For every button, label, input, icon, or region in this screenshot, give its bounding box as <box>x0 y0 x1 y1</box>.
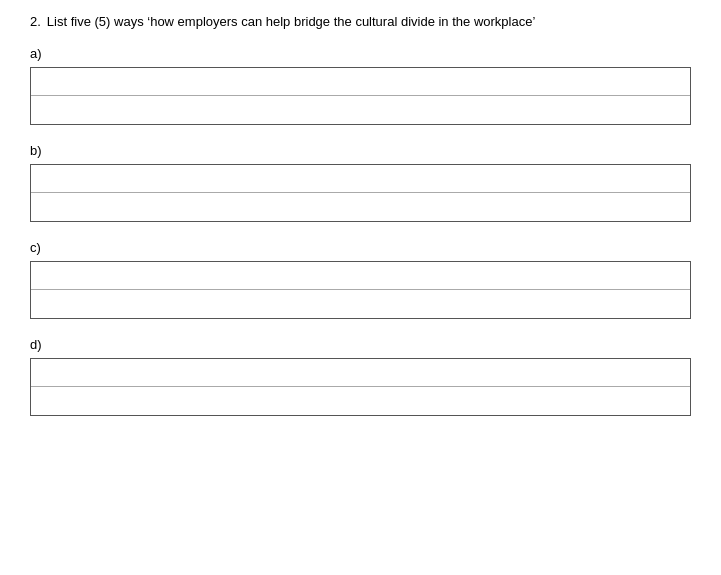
answer-box-c <box>30 261 691 319</box>
answer-d-line2[interactable] <box>31 387 690 415</box>
answer-c-line2[interactable] <box>31 290 690 318</box>
section-b: b) <box>30 143 691 222</box>
answer-box-a <box>30 67 691 125</box>
answer-a-line2[interactable] <box>31 96 690 124</box>
question-text: List five (5) ways ‘how employers can he… <box>47 12 691 32</box>
section-c: c) <box>30 240 691 319</box>
section-b-label: b) <box>30 143 691 158</box>
answer-b-line2[interactable] <box>31 193 690 221</box>
section-d: d) <box>30 337 691 416</box>
answer-d-line1[interactable] <box>31 359 690 387</box>
answer-c-line1[interactable] <box>31 262 690 290</box>
section-a-label: a) <box>30 46 691 61</box>
answer-box-d <box>30 358 691 416</box>
answer-a-line1[interactable] <box>31 68 690 96</box>
question-number: 2. <box>30 12 41 32</box>
answer-b-line1[interactable] <box>31 165 690 193</box>
section-c-label: c) <box>30 240 691 255</box>
question-header: 2. List five (5) ways ‘how employers can… <box>30 12 691 32</box>
section-a: a) <box>30 46 691 125</box>
section-d-label: d) <box>30 337 691 352</box>
answer-box-b <box>30 164 691 222</box>
